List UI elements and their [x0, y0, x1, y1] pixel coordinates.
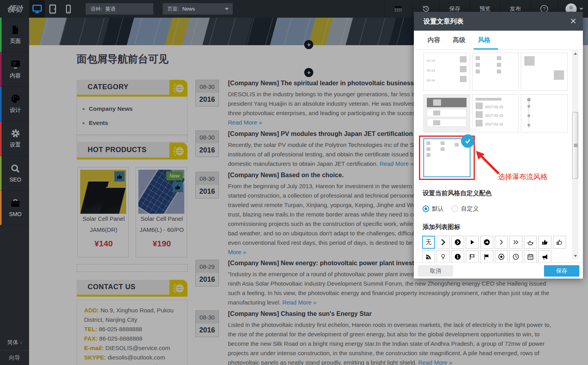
language-label: 语种: — [90, 6, 102, 13]
arrow-circle-right-icon-option[interactable] — [480, 236, 493, 249]
tab-style[interactable]: 风格 — [478, 36, 491, 44]
thumbs-o-up-icon-option[interactable] — [553, 236, 566, 249]
calendar-icon — [527, 253, 534, 260]
close-icon — [570, 18, 577, 24]
sidebar-item-label: SEO — [9, 176, 21, 183]
lightbulb-o-icon-option[interactable] — [437, 250, 450, 263]
flag-icon — [483, 253, 490, 260]
play-icon-option[interactable] — [466, 236, 479, 249]
publish-label: 发布 — [510, 6, 521, 13]
sidebar-item-label: 页面 — [10, 38, 21, 45]
save-label: 保存 — [449, 6, 460, 13]
bullhorn-icon-option[interactable] — [538, 250, 551, 263]
sidebar-item-content[interactable]: 内容 — [0, 52, 29, 87]
style-thumb-date-list[interactable]: 02-14 02-14 02-14 — [423, 53, 470, 91]
article-list-settings-dialog: 设置文章列表 内容 高级 风格 02-14 02-14 02-14 — [414, 12, 583, 279]
chevron-down-icon — [225, 8, 229, 10]
style-thumb-image-alternating[interactable] — [521, 53, 568, 91]
style-thumb-cards[interactable] — [423, 94, 470, 132]
page-value: News — [182, 6, 195, 12]
flag-o-icon — [469, 253, 476, 260]
style-thumb-image-date[interactable]: 2017-02-15 2017-02-15 2017-02-15 — [472, 94, 519, 132]
annotation-text: 选择瀑布流风格 — [498, 172, 548, 182]
page-select[interactable]: 页面: News — [163, 3, 233, 15]
cancel-button[interactable]: 取消 — [418, 265, 453, 277]
info-circle-icon — [454, 253, 461, 260]
radio-default-label: 默认 — [432, 205, 444, 213]
none-icon-option[interactable]: 无 — [422, 236, 435, 249]
sidebar-item-design[interactable]: 设计 — [0, 87, 29, 121]
angle-right-icon — [498, 239, 505, 246]
chevron-right-icon — [440, 239, 447, 246]
thumbs-o-up-icon — [556, 239, 563, 246]
tab-advanced[interactable]: 高级 — [453, 36, 465, 44]
rss-icon-option[interactable] — [422, 250, 435, 263]
dot-circle-o-icon-option[interactable] — [495, 250, 508, 263]
tab-content[interactable]: 内容 — [428, 36, 440, 44]
sidebar-item-settings[interactable]: 设置 — [0, 121, 29, 156]
language-variant-switch[interactable]: 简体› — [0, 335, 29, 350]
device-switcher — [29, 0, 76, 18]
panel-scrollbar[interactable] — [572, 50, 579, 259]
active-tab-underline — [474, 48, 498, 50]
hand-o-right-icon — [527, 239, 534, 246]
left-sidebar: 页面 内容 设计 设置 SEO SMO 简体› 向导 — [0, 18, 29, 365]
scroll-down-arrow[interactable] — [572, 253, 579, 259]
radio-selected-icon — [423, 205, 429, 212]
calendar-icon-option[interactable] — [524, 250, 537, 263]
info-circle-icon-option[interactable] — [451, 250, 464, 263]
scroll-up-arrow[interactable] — [572, 50, 579, 57]
radio-unselected-icon — [452, 205, 458, 212]
sidebar-item-label: 设计 — [10, 107, 21, 114]
chevron-circle-right-icon-option[interactable] — [451, 236, 464, 249]
style-thumb-waterfall-selected[interactable] — [423, 138, 470, 177]
save-button[interactable]: 保存 — [544, 265, 579, 277]
sidebar-item-label: 内容 — [10, 72, 21, 79]
language-select[interactable]: 语种: 英语 — [86, 3, 153, 15]
check-icon — [464, 138, 471, 145]
hand-o-right-icon-option[interactable] — [524, 236, 537, 249]
radio-custom-color[interactable]: 自定义 — [452, 205, 479, 213]
annotation-highlight-box — [419, 136, 475, 180]
radio-default-color[interactable]: 默认 — [423, 205, 444, 213]
content-screen-icon — [11, 59, 20, 69]
angle-right-icon-option[interactable] — [495, 236, 508, 249]
desktop-view-button[interactable] — [29, 0, 45, 18]
tablet-icon — [48, 4, 57, 14]
clock-o-icon-option[interactable] — [509, 250, 522, 263]
monitor-icon — [32, 4, 42, 14]
thumbs-up-icon-option[interactable] — [538, 236, 551, 249]
mobile-view-button[interactable] — [61, 0, 76, 18]
style-thumb-two-column[interactable] — [472, 53, 519, 91]
modules-grid-button[interactable] — [384, 0, 412, 18]
lightbulb-o-icon — [440, 253, 447, 260]
wizard-button[interactable]: 向导 — [0, 350, 29, 365]
arrow-circle-right-icon — [483, 239, 490, 246]
scrollbar-thumb[interactable] — [572, 112, 578, 179]
flag-o-icon-option[interactable] — [466, 250, 479, 263]
flag-icon-option[interactable] — [480, 250, 493, 263]
briefcase-icon — [11, 198, 20, 208]
rss-icon — [425, 253, 432, 260]
chevron-right-icon: › — [20, 340, 22, 345]
app-logo[interactable]: 领动 — [0, 0, 30, 18]
chevron-circle-right-icon — [454, 239, 461, 246]
sidebar-item-smo[interactable]: SMO — [0, 191, 29, 225]
chevron-right-icon-option[interactable] — [437, 236, 450, 249]
angle-double-right-icon — [513, 239, 519, 246]
gear-icon — [11, 128, 20, 138]
close-button[interactable] — [570, 18, 577, 24]
caret-down-icon — [579, 8, 583, 10]
clock-o-icon — [513, 253, 519, 260]
dialog-footer: 取消 保存 — [414, 262, 583, 279]
angle-double-right-icon-option[interactable] — [509, 236, 522, 249]
style-thumb-timeline[interactable] — [521, 94, 568, 132]
sidebar-item-pages[interactable]: 页面 — [0, 18, 29, 52]
language-value: 英语 — [105, 6, 116, 13]
icon-section-heading: 添加列表图标 — [423, 223, 460, 231]
thumbs-up-icon — [542, 239, 548, 246]
tablet-view-button[interactable] — [45, 0, 61, 18]
sidebar-item-label: 设置 — [10, 141, 21, 149]
language-variant-label: 简体 — [7, 339, 18, 346]
sidebar-item-seo[interactable]: SEO — [0, 156, 29, 191]
